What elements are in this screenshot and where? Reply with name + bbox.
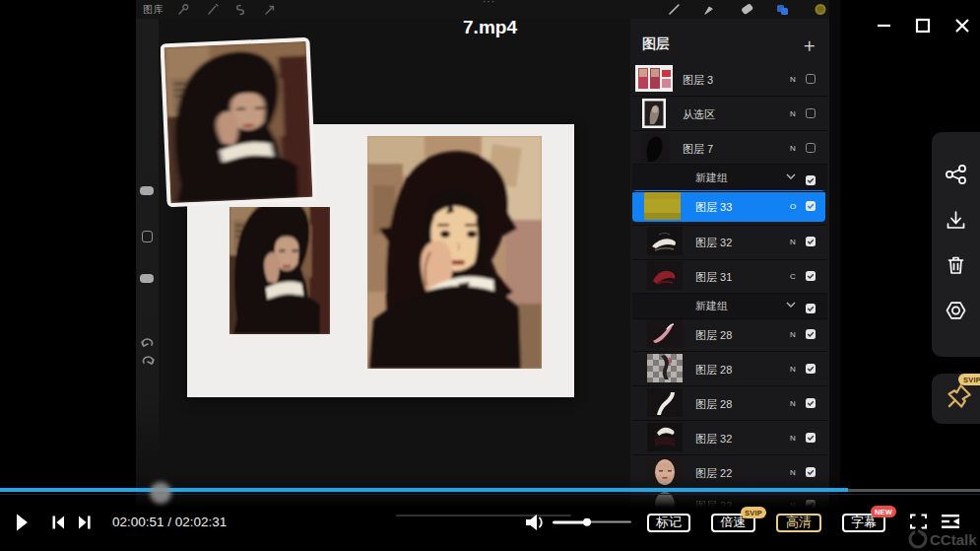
svg-text:CCtalk: CCtalk (930, 531, 977, 548)
